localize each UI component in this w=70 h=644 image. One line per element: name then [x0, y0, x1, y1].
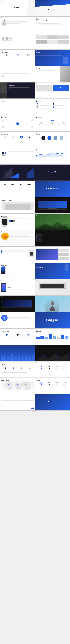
svg-point-44 [8, 384, 9, 385]
slide-number-9: 09 [1, 66, 2, 67]
slide-4: 02 Welcome message 04 [35, 17, 70, 33]
slide-number-35: 35 [1, 280, 2, 281]
svg-rect-19 [4, 355, 6, 361]
slide-number-15: 15 [1, 116, 2, 116]
slide-7: 05 Our Numbers 25+ PROJECTS 48 CLIENTS 1… [1, 50, 35, 66]
svg-rect-20 [7, 357, 10, 361]
slide-number-23: 23 [1, 182, 2, 182]
svg-point-46 [25, 384, 26, 384]
slide-number-49: 49 [1, 395, 2, 396]
slide-30: ◉ 30 [35, 230, 70, 246]
slide-21: 19 21 [1, 164, 35, 180]
slide-number-43: 43 [1, 346, 2, 346]
slide-number-8: 08 [36, 50, 37, 51]
slide-12: 10 12 [35, 82, 70, 98]
slide-3-label: 01 [2, 18, 34, 19]
slide-number-22: 22 [36, 165, 37, 166]
slide-17: 15 Key Features ★ ◎ ▲ ⬟ [1, 132, 35, 148]
svg-text:80%: 80% [39, 384, 41, 384]
slide-number-17: 17 [1, 132, 2, 133]
svg-rect-7 [5, 154, 7, 156]
slide-36: 31 MacBook Pro ● 36 [35, 280, 70, 296]
svg-point-10 [62, 153, 63, 154]
slide-number-20: 20 [36, 148, 37, 150]
watermark: gfxtra.com [0, 411, 70, 412]
svg-text:65%: 65% [47, 384, 49, 384]
slide-number-7: 07 [1, 50, 2, 51]
slide-number-18: 18 [36, 132, 37, 133]
slide-27: 23 Smart Watch [1, 214, 35, 230]
svg-rect-6 [2, 154, 4, 156]
slide-16: 14 Organization CEO COO CFO CTO Dept Dep… [35, 115, 70, 131]
closing-logo: BUILD. [48, 400, 57, 402]
slide-13: 11 Features 13 [1, 99, 35, 115]
slide-tagline: PRESENTATION [13, 10, 22, 10]
slide-number-14: 14 [36, 99, 37, 100]
slide-number-26: 26 [36, 198, 37, 198]
svg-rect-18 [1, 356, 4, 361]
svg-text:90%: 90% [64, 384, 66, 384]
slide-15: 13 Strategy Map 15 [1, 115, 35, 131]
slide-18: 16 Timeline 01 02 03 04 18 [35, 132, 70, 148]
slide-8: 06 Services 08 [35, 50, 70, 66]
slide-45: 38 Our Story 2018 2019 2020 [1, 362, 35, 378]
slide-number-37: 37 [1, 296, 2, 297]
slide-number-29: 29 [1, 230, 2, 232]
slide-number-21: 21 [1, 165, 2, 166]
slide-11: 09 Leadership CEO 11 [1, 82, 35, 98]
svg-line-0 [3, 120, 10, 124]
slide-39: 33 39 [1, 312, 35, 328]
slide-number-16: 16 [36, 116, 37, 116]
svg-point-17 [51, 301, 54, 305]
stat-2: 145 [11, 184, 14, 186]
svg-point-45 [17, 384, 18, 384]
slide-number-25: 25 [1, 198, 2, 198]
slide-number-28: 28 [36, 214, 37, 215]
slide-number-6: 06 [36, 34, 37, 34]
slide-number-11: 11 [1, 83, 2, 84]
slide-23: 21 7+ Years 145 Clients 7.5c Revenue 100… [1, 181, 35, 197]
short-break-2-text: Short break [46, 319, 59, 321]
slide-9: 07 Home Quote " 09 [1, 66, 35, 82]
slide-28: 24 28 [35, 214, 70, 230]
slide-3-title: Company details [2, 19, 34, 20]
svg-marker-29 [35, 354, 70, 361]
slide-number-46: 46 [36, 362, 37, 363]
slide-26: 26 [35, 197, 70, 213]
slide-37: 37 [1, 296, 35, 312]
slide-35: 30 Interface 35 [1, 280, 35, 296]
stat-3: 7.5c [19, 184, 22, 186]
short-break-1-text: Short break [46, 188, 59, 190]
svg-point-47 [10, 388, 10, 388]
svg-point-48 [27, 388, 28, 388]
slide-number-44: 44 [36, 346, 37, 346]
slide-grid: BUILD PRESENTATION 01 BUILD. 02 01 Compa… [0, 0, 70, 411]
slide-number-27: 27 [1, 214, 2, 215]
slide-14: 12 Process [35, 99, 70, 115]
slide-19: 17 19 [1, 148, 35, 164]
slide-46: 39 Statistics 75% 60% [35, 362, 70, 378]
slide-number-30: 30 [36, 230, 37, 232]
slide-50: BUILD. Thank You 50 [35, 394, 70, 410]
slide-4-title: Welcome message [37, 19, 68, 20]
svg-point-41 [16, 386, 21, 390]
svg-rect-4 [2, 152, 4, 154]
slide-number-40: 40 [36, 313, 37, 314]
slide-number-12: 12 [36, 83, 37, 84]
slide-41: 34 How we can 1 2 3 41 [1, 329, 35, 345]
slide-number-1: 01 [1, 1, 2, 2]
slide-number-4: 04 [36, 17, 37, 18]
slide-42: 35 Analytics 42 [35, 329, 70, 345]
stat-4: 100% [27, 184, 31, 186]
slide-33: 28 Mobile App 33 [1, 263, 35, 279]
slide-49: 42 Contact 49 [1, 394, 35, 410]
slide-number-38: 38 [36, 296, 37, 297]
slide-number-10: 10 [36, 66, 37, 67]
svg-point-9 [49, 154, 50, 154]
stat-1: 7+ [4, 184, 6, 186]
slide-number-3: 03 [1, 17, 2, 18]
slide-number-31: 31 [1, 247, 2, 248]
logo-main: BUILD [13, 6, 22, 8]
slide-10: 08 About Us 10 [35, 66, 70, 82]
slide-20: 18 Growth 20 [35, 148, 70, 164]
